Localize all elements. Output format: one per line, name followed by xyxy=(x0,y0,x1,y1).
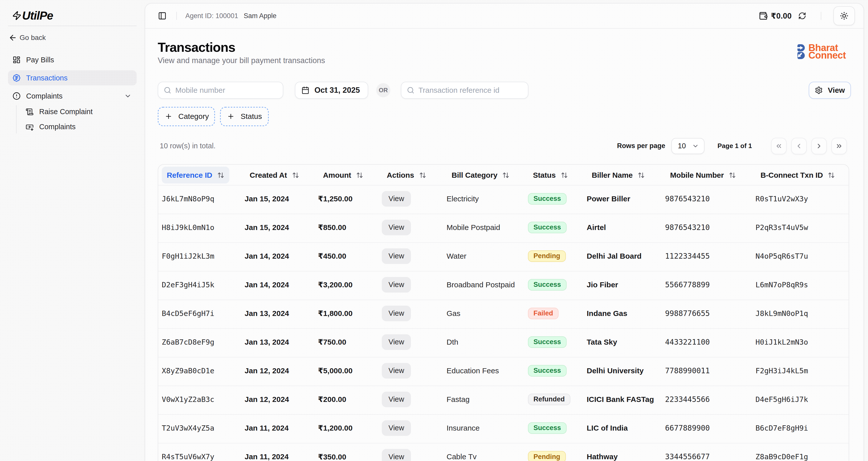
cell-created-at: Jan 12, 2024 xyxy=(241,386,314,414)
cell-bill-category: Water xyxy=(443,242,524,271)
cell-status: Success xyxy=(524,271,583,300)
column-header-reference-id[interactable]: Reference ID xyxy=(158,165,241,185)
sidebar-item-complaints-list[interactable]: Complaints xyxy=(25,119,136,135)
transaction-reference-input[interactable] xyxy=(401,82,528,98)
row-view-button[interactable]: View xyxy=(382,363,411,379)
chevrons-left-icon xyxy=(775,142,783,150)
bharat-connect-mark xyxy=(798,44,805,59)
sidebar-item-complaints[interactable]: Complaints xyxy=(8,88,136,104)
column-header-amount[interactable]: Amount xyxy=(314,165,378,185)
cell-bconnect-txn-id: R0sT1uV2wX3y xyxy=(752,185,849,214)
status-badge: Refunded xyxy=(528,394,570,405)
sort-icon xyxy=(561,172,568,179)
cell-amount: ₹1,800.00 xyxy=(314,300,378,328)
rows-per-page-value: 10 xyxy=(678,142,686,150)
cell-biller-name: ICICI Bank FASTag xyxy=(583,386,661,414)
cell-reference-id: X8yZ9aB0cD1e xyxy=(158,357,241,386)
cell-bill-category: Dth xyxy=(443,328,524,357)
column-header-actions[interactable]: Actions xyxy=(378,165,443,185)
wallet-amount: ₹0.00 xyxy=(771,11,792,21)
sidebar-item-label: Transactions xyxy=(26,74,68,82)
sun-icon xyxy=(840,11,848,20)
row-view-button[interactable]: View xyxy=(382,449,411,461)
status-filter-chip[interactable]: Status xyxy=(220,107,269,126)
cell-amount: ₹1,250.00 xyxy=(314,185,378,214)
row-view-button[interactable]: View xyxy=(382,334,411,350)
chevrons-right-icon xyxy=(835,142,843,150)
cell-amount: ₹200.00 xyxy=(314,386,378,414)
cell-bill-category: Insurance xyxy=(443,414,524,443)
row-view-button[interactable]: View xyxy=(382,306,411,321)
table-row: X8yZ9aB0cD1e Jan 12, 2024 ₹5,000.00 View… xyxy=(158,357,849,386)
sidebar-subitem-label: Complaints xyxy=(39,123,75,131)
page-subtitle: View and manage your bill payment transa… xyxy=(158,56,325,65)
calendar-icon xyxy=(301,86,309,94)
cell-bill-category: Electricity xyxy=(443,185,524,214)
table-row: D2eF3gH4iJ5k Jan 14, 2024 ₹3,200.00 View… xyxy=(158,271,849,300)
brand-name: UtilPe xyxy=(22,9,53,22)
theme-toggle-button[interactable] xyxy=(833,6,855,25)
sidebar-item-raise-complaint[interactable]: Raise Complaint xyxy=(25,104,136,119)
column-header-created-at[interactable]: Created At xyxy=(241,165,314,185)
rows-per-page-select[interactable]: 10 xyxy=(671,138,705,154)
mobile-search-box xyxy=(158,82,283,99)
sidebar-item-transactions[interactable]: Transactions xyxy=(8,70,136,85)
row-view-button[interactable]: View xyxy=(382,277,411,293)
cell-mobile-number: 2233445566 xyxy=(661,386,752,414)
cell-created-at: Jan 11, 2024 xyxy=(241,414,314,443)
mobile-number-input[interactable] xyxy=(158,82,283,98)
last-page-button[interactable] xyxy=(831,138,847,154)
page-indicator: Page 1 of 1 xyxy=(718,142,752,150)
column-header-content: Status xyxy=(528,167,573,183)
column-header-content: B-Connect Txn ID xyxy=(755,167,840,183)
refresh-balance-button[interactable] xyxy=(798,12,806,20)
go-back-button[interactable]: Go back xyxy=(8,29,136,46)
cell-created-at: Jan 15, 2024 xyxy=(241,185,314,214)
column-header-bill-category[interactable]: Bill Category xyxy=(443,165,524,185)
status-badge: Success xyxy=(528,279,567,291)
sidebar-item-pay-bills[interactable]: Pay Bills xyxy=(8,52,136,67)
table-row: T2uV3wX4yZ5a Jan 11, 2024 ₹1,200.00 View… xyxy=(158,414,849,443)
search-icon xyxy=(407,86,414,94)
cell-amount: ₹350.00 xyxy=(314,443,378,461)
cell-actions: View xyxy=(378,328,443,357)
status-badge: Success xyxy=(528,365,567,377)
date-picker-button[interactable]: Oct 31, 2025 xyxy=(295,82,368,99)
category-filter-chip[interactable]: Category xyxy=(158,107,215,126)
cell-bconnect-txn-id: J8kL9mN0oP1q xyxy=(752,300,849,328)
cell-mobile-number: 9876543210 xyxy=(661,185,752,214)
view-settings-button[interactable]: View xyxy=(809,82,851,99)
row-view-button[interactable]: View xyxy=(382,220,411,235)
table-row: R4sT5uV6wX7y Jan 11, 2024 ₹350.00 View C… xyxy=(158,443,849,461)
next-page-button[interactable] xyxy=(811,138,827,154)
badge-rupee-icon xyxy=(12,74,21,82)
column-header-biller-name[interactable]: Biller Name xyxy=(583,165,661,185)
go-back-label: Go back xyxy=(20,34,46,42)
row-view-button[interactable]: View xyxy=(382,191,411,207)
cell-biller-name: Delhi University xyxy=(583,357,661,386)
first-page-button[interactable] xyxy=(771,138,786,154)
cell-bconnect-txn-id: L6mN7oP8qR9s xyxy=(752,271,849,300)
filter-chips: Category Status xyxy=(158,107,851,126)
row-view-button[interactable]: View xyxy=(382,420,411,436)
cell-reference-id: Z6aB7cD8eF9g xyxy=(158,328,241,357)
pagination-controls: Rows per page 10 Page 1 of 1 xyxy=(617,138,847,154)
sort-icon xyxy=(356,172,363,179)
sidebar-toggle-button[interactable] xyxy=(155,9,169,23)
column-header-content: Actions xyxy=(382,167,431,183)
cell-amount: ₹3,200.00 xyxy=(314,271,378,300)
row-view-button[interactable]: View xyxy=(382,392,411,407)
or-badge: OR xyxy=(376,83,390,97)
column-header-mobile-number[interactable]: Mobile Number xyxy=(661,165,752,185)
sort-icon xyxy=(729,172,736,179)
cell-bill-category: Broadband Postpaid xyxy=(443,271,524,300)
date-value: Oct 31, 2025 xyxy=(314,86,360,95)
cell-amount: ₹5,000.00 xyxy=(314,357,378,386)
view-button-label: View xyxy=(828,86,845,94)
column-header-bconnect-txn-id[interactable]: B-Connect Txn ID xyxy=(752,165,849,185)
column-header-status[interactable]: Status xyxy=(524,165,583,185)
cell-actions: View xyxy=(378,242,443,271)
prev-page-button[interactable] xyxy=(791,138,807,154)
row-view-button[interactable]: View xyxy=(382,248,411,264)
table-row: H8iJ9kL0mN1o Jan 15, 2024 ₹850.00 View M… xyxy=(158,214,849,242)
